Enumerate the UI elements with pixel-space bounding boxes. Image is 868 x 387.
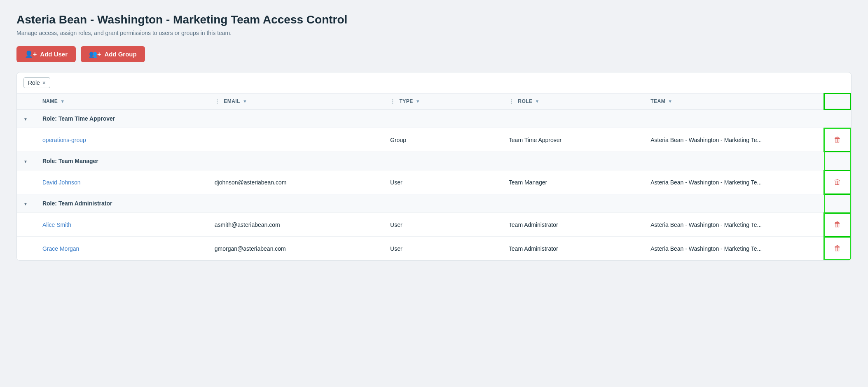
row-action-cell: 🗑 [824, 213, 851, 237]
col-header-team: TEAM ▼ [644, 93, 824, 110]
role-group-row: ▼ Role: Team Manager [17, 152, 851, 170]
col-team-label: TEAM [650, 98, 665, 104]
member-name-link[interactable]: Alice Smith [42, 221, 71, 228]
row-email-cell [208, 128, 384, 152]
role-group-row: ▼ Role: Team Administrator [17, 194, 851, 213]
delete-button[interactable]: 🗑 [831, 176, 845, 188]
col-name-label: NAME [42, 98, 58, 104]
row-team-cell: Asteria Bean - Washington - Marketing Te… [644, 128, 824, 152]
row-type-cell: User [384, 213, 502, 237]
row-check-cell [17, 237, 36, 261]
add-user-label: Add User [40, 51, 68, 58]
delete-button[interactable]: 🗑 [831, 242, 845, 254]
row-action-cell: 🗑 [824, 170, 851, 194]
add-user-button[interactable]: 👤+ Add User [16, 46, 76, 62]
page-title: Asteria Bean - Washington - Marketing Te… [16, 13, 852, 26]
email-filter-icon[interactable]: ▼ [243, 99, 247, 104]
role-group-row: ▼ Role: Team Time Approver [17, 110, 851, 128]
name-filter-icon[interactable]: ▼ [60, 99, 65, 104]
trash-icon: 🗑 [834, 178, 841, 187]
table-header-row: NAME ▼ ⋮ EMAIL ▼ ⋮ T [17, 93, 851, 110]
role-filter-icon[interactable]: ▼ [535, 99, 540, 104]
row-email-cell: asmith@asteriabean.com [208, 213, 384, 237]
row-team-cell: Asteria Bean - Washington - Marketing Te… [644, 170, 824, 194]
row-type-cell: Group [384, 128, 502, 152]
member-name-link[interactable]: Grace Morgan [42, 245, 79, 252]
add-group-icon: 👥+ [89, 50, 101, 58]
col-header-name: NAME ▼ [36, 93, 208, 110]
row-action-cell: 🗑 [824, 237, 851, 261]
row-check-cell [17, 213, 36, 237]
row-type-cell: User [384, 237, 502, 261]
row-role-cell: Team Manager [502, 170, 644, 194]
filter-label: Role [28, 79, 40, 86]
role-label: Role: Team Manager [36, 152, 851, 170]
col-role-label: ROLE [518, 98, 532, 104]
table-row: Alice Smith asmith@asteriabean.com User … [17, 213, 851, 237]
col-header-check [17, 93, 36, 110]
row-check-cell [17, 170, 36, 194]
row-check-cell [17, 128, 36, 152]
role-label: Role: Team Administrator [36, 194, 851, 213]
row-action-cell: 🗑 [824, 128, 851, 152]
row-name-cell: operations-group [36, 128, 208, 152]
access-table: NAME ▼ ⋮ EMAIL ▼ ⋮ T [17, 93, 851, 260]
role-label: Role: Team Time Approver [36, 110, 851, 128]
row-team-cell: Asteria Bean - Washington - Marketing Te… [644, 237, 824, 261]
role-chevron-cell: ▼ [17, 110, 36, 128]
access-control-table-container: Role × NAME ▼ ⋮ EMA [16, 72, 852, 261]
row-name-cell: Grace Morgan [36, 237, 208, 261]
team-filter-icon[interactable]: ▼ [668, 99, 672, 104]
col-header-role: ⋮ ROLE ▼ [502, 93, 644, 110]
chevron-icon: ▼ [23, 117, 28, 121]
row-team-cell: Asteria Bean - Washington - Marketing Te… [644, 213, 824, 237]
delete-button[interactable]: 🗑 [831, 219, 845, 231]
row-email-cell: djohnson@asteriabean.com [208, 170, 384, 194]
filter-close-icon[interactable]: × [42, 80, 46, 86]
member-name-link[interactable]: operations-group [42, 137, 86, 143]
page-subtitle: Manage access, assign roles, and grant p… [16, 30, 852, 36]
chevron-icon: ▼ [23, 202, 28, 206]
row-role-cell: Team Administrator [502, 237, 644, 261]
table-body: ▼ Role: Team Time Approver operations-gr… [17, 110, 851, 261]
trash-icon: 🗑 [834, 220, 841, 229]
row-email-cell: gmorgan@asteriabean.com [208, 237, 384, 261]
delete-button[interactable]: 🗑 [831, 134, 845, 146]
row-name-cell: Alice Smith [36, 213, 208, 237]
add-group-label: Add Group [104, 51, 136, 58]
col-email-label: EMAIL [224, 98, 240, 104]
role-filter-tag[interactable]: Role × [23, 77, 50, 88]
row-name-cell: David Johnson [36, 170, 208, 194]
filter-bar: Role × [17, 72, 851, 93]
add-user-icon: 👤+ [25, 50, 37, 58]
col-header-type: ⋮ TYPE ▼ [384, 93, 502, 110]
type-filter-icon[interactable]: ▼ [416, 99, 420, 104]
table-row: David Johnson djohnson@asteriabean.com U… [17, 170, 851, 194]
add-group-button[interactable]: 👥+ Add Group [81, 46, 145, 62]
role-chevron-cell: ▼ [17, 194, 36, 213]
table-wrapper: NAME ▼ ⋮ EMAIL ▼ ⋮ T [17, 93, 851, 260]
role-chevron-cell: ▼ [17, 152, 36, 170]
trash-icon: 🗑 [834, 135, 841, 144]
trash-icon: 🗑 [834, 244, 841, 253]
member-name-link[interactable]: David Johnson [42, 179, 81, 186]
table-row: operations-group Group Team Time Approve… [17, 128, 851, 152]
action-buttons: 👤+ Add User 👥+ Add Group [16, 46, 852, 62]
col-header-action [824, 93, 851, 110]
row-role-cell: Team Administrator [502, 213, 644, 237]
row-role-cell: Team Time Approver [502, 128, 644, 152]
col-type-label: TYPE [400, 98, 413, 104]
row-type-cell: User [384, 170, 502, 194]
chevron-icon: ▼ [23, 159, 28, 164]
col-header-email: ⋮ EMAIL ▼ [208, 93, 384, 110]
table-row: Grace Morgan gmorgan@asteriabean.com Use… [17, 237, 851, 261]
